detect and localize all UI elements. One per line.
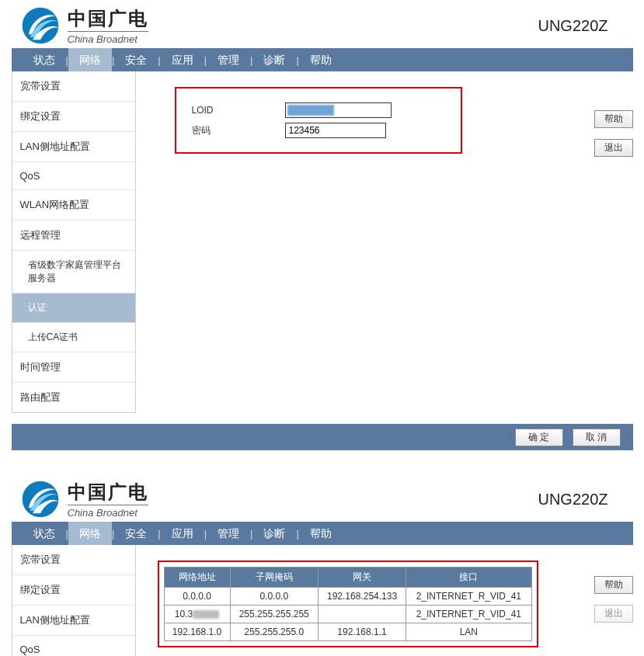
table-row: 192.168.1.0255.255.255.0192.168.1.1LAN: [164, 623, 531, 641]
sidebar-subitem[interactable]: 省级数字家庭管理平台服务器: [12, 251, 135, 293]
sidebar-item[interactable]: LAN侧地址配置: [12, 132, 135, 162]
table-cell: 10.3: [164, 606, 230, 623]
brand-logo-icon: [21, 6, 60, 45]
sidebar-item[interactable]: 绑定设置: [12, 575, 135, 606]
nav-item-5[interactable]: 诊断: [252, 48, 296, 71]
password-input[interactable]: [285, 123, 386, 138]
logout-button[interactable]: 退出: [594, 139, 633, 157]
sidebar-item[interactable]: LAN侧地址配置: [12, 606, 135, 636]
help-button[interactable]: 帮助: [594, 576, 633, 594]
main-content: LOID 密码 帮助 退出: [151, 71, 633, 154]
main-content: 网络地址子网掩码网关接口 0.0.0.00.0.0.0192.168.254.1…: [151, 545, 633, 647]
logout-button[interactable]: 退出: [594, 605, 633, 623]
ok-button[interactable]: 确 定: [515, 429, 563, 446]
table-cell: 192.168.254.133: [318, 588, 406, 606]
route-table: 网络地址子网掩码网关接口 0.0.0.00.0.0.0192.168.254.1…: [164, 567, 532, 641]
password-label: 密码: [192, 124, 285, 137]
sidebar-subitem[interactable]: 认证: [12, 293, 135, 323]
nav-item-6[interactable]: 帮助: [299, 522, 343, 545]
nav-item-5[interactable]: 诊断: [252, 522, 296, 545]
top-nav: 状态|网络|安全|应用|管理|诊断|帮助: [12, 522, 633, 545]
redacted-segment: [287, 105, 334, 116]
nav-item-3[interactable]: 应用: [161, 522, 204, 545]
nav-item-1[interactable]: 网络: [68, 522, 112, 545]
cancel-button[interactable]: 取 消: [573, 429, 621, 446]
table-cell: 2_INTERNET_R_VID_41: [406, 606, 531, 623]
table-header: 接口: [406, 567, 531, 588]
sidebar-item[interactable]: WLAN网络配置: [12, 190, 135, 220]
sidebar-subitem[interactable]: 上传CA证书: [12, 323, 135, 352]
table-row: 10.3255.255.255.2552_INTERNET_R_VID_41: [164, 606, 531, 623]
nav-item-4[interactable]: 管理: [207, 522, 250, 545]
nav-item-2[interactable]: 安全: [114, 522, 158, 545]
footer-bar: 确 定 取 消: [12, 424, 633, 450]
loid-label: LOID: [192, 105, 285, 116]
brand-name-en: China Broadnet: [68, 505, 148, 519]
sidebar-item[interactable]: 时间管理: [12, 352, 135, 383]
nav-item-3[interactable]: 应用: [161, 48, 204, 71]
brand-name-en: China Broadnet: [68, 31, 148, 45]
loid-input[interactable]: [285, 102, 392, 118]
table-cell: 255.255.255.255: [230, 606, 318, 623]
nav-item-0[interactable]: 状态: [23, 522, 66, 545]
nav-item-6[interactable]: 帮助: [299, 48, 343, 71]
redacted-segment: [193, 610, 219, 619]
config-panel-route: 中国广电 China Broadnet UNG220Z 状态|网络|安全|应用|…: [12, 474, 633, 656]
nav-item-4[interactable]: 管理: [207, 48, 250, 71]
table-cell: 0.0.0.0: [230, 588, 318, 606]
table-cell: [318, 606, 406, 623]
brand-name-cn: 中国广电: [68, 480, 148, 505]
top-nav: 状态|网络|安全|应用|管理|诊断|帮助: [12, 48, 633, 71]
table-cell: 192.168.1.1: [318, 623, 406, 641]
table-cell: 192.168.1.0: [164, 623, 230, 641]
table-header: 子网掩码: [230, 567, 318, 588]
sidebar-item[interactable]: 宽带设置: [12, 71, 135, 102]
nav-item-2[interactable]: 安全: [114, 48, 158, 71]
table-header: 网络地址: [164, 567, 230, 588]
table-cell: LAN: [406, 623, 531, 641]
table-cell: 255.255.255.0: [230, 623, 318, 641]
highlighted-form-box: LOID 密码: [175, 87, 462, 154]
nav-item-0[interactable]: 状态: [23, 48, 66, 71]
sidebar-item[interactable]: 路由配置: [12, 383, 135, 412]
sidebar-item[interactable]: 宽带设置: [12, 545, 135, 575]
help-button[interactable]: 帮助: [594, 110, 633, 128]
highlighted-table-box: 网络地址子网掩码网关接口 0.0.0.00.0.0.0192.168.254.1…: [158, 561, 538, 647]
nav-item-1[interactable]: 网络: [68, 48, 112, 71]
sidebar-item[interactable]: QoS: [12, 162, 135, 190]
sidebar-item[interactable]: QoS: [12, 636, 135, 656]
device-model: UNG220Z: [538, 17, 623, 35]
sidebar: 宽带设置绑定设置LAN侧地址配置QoSWLAN网络配置: [12, 545, 136, 656]
sidebar: 宽带设置绑定设置LAN侧地址配置QoSWLAN网络配置远程管理省级数字家庭管理平…: [12, 71, 136, 413]
table-row: 0.0.0.00.0.0.0192.168.254.1332_INTERNET_…: [164, 588, 531, 606]
sidebar-item[interactable]: 远程管理: [12, 220, 135, 251]
header: 中国广电 China Broadnet UNG220Z: [12, 474, 633, 522]
table-cell: 2_INTERNET_R_VID_41: [406, 588, 531, 606]
brand-name-cn: 中国广电: [68, 6, 148, 31]
table-header: 网关: [318, 567, 406, 588]
header: 中国广电 China Broadnet UNG220Z: [12, 0, 633, 48]
device-model: UNG220Z: [538, 491, 623, 508]
table-cell: 0.0.0.0: [164, 588, 230, 606]
config-panel-auth: 中国广电 China Broadnet UNG220Z 状态|网络|安全|应用|…: [12, 0, 633, 450]
sidebar-item[interactable]: 绑定设置: [12, 102, 135, 132]
brand-logo-icon: [21, 480, 60, 519]
